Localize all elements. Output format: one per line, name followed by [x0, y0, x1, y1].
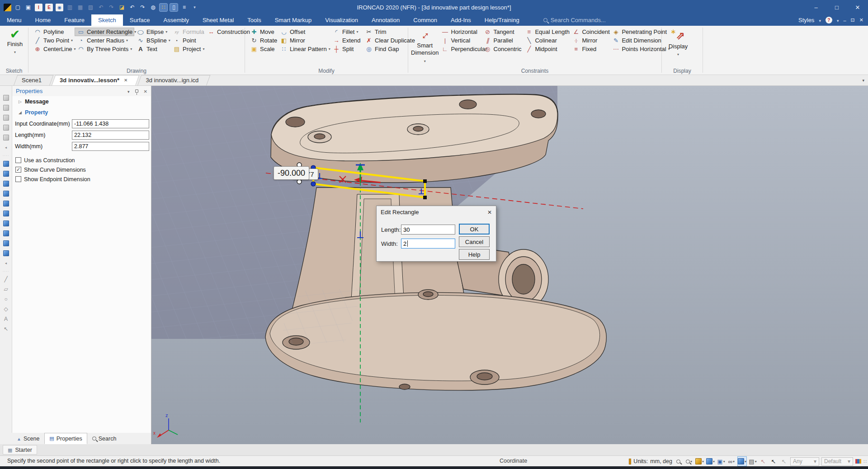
catalog-cube-icon[interactable]	[3, 115, 9, 121]
export-document-icon[interactable]	[45, 4, 53, 11]
selection-filter-select[interactable]: Any	[790, 457, 819, 466]
menu-item-menu[interactable]: Menu	[0, 14, 28, 26]
collapse-icon[interactable]	[2, 144, 9, 151]
chevron-down-icon[interactable]	[837, 17, 839, 23]
undo-icon[interactable]	[128, 4, 136, 11]
menu-item-sketch[interactable]: Sketch	[91, 14, 123, 26]
center-rectangle-button[interactable]: Center Rectangle	[75, 28, 134, 36]
message-section-header[interactable]: Message	[12, 96, 151, 107]
view-cube-icon[interactable]	[3, 250, 9, 256]
doc-tab-lesson[interactable]: 3d innovativ...lesson*	[52, 75, 136, 85]
view-cube-icon[interactable]	[3, 220, 9, 226]
ok-button[interactable]: OK	[459, 224, 490, 234]
annotate-tool-icon[interactable]: A	[2, 315, 9, 323]
dialog-width-input[interactable]	[401, 239, 455, 249]
doc-restore-icon[interactable]	[851, 17, 855, 23]
bspline-button[interactable]: BSpline	[134, 36, 170, 45]
by-three-points-button[interactable]: By Three Points	[75, 45, 134, 53]
parallel-constraint-button[interactable]: Parallel	[481, 36, 523, 45]
view-cube-icon[interactable]	[3, 201, 9, 206]
view-cube-icon[interactable]	[3, 191, 9, 197]
render-style-select[interactable]: Default	[821, 457, 853, 466]
menu-item-annotation[interactable]: Annotation	[365, 14, 406, 26]
scene-list-icon[interactable]	[180, 4, 188, 11]
scale-button[interactable]: Scale	[248, 45, 278, 53]
two-point-button[interactable]: Two Point	[31, 36, 75, 45]
menu-item-sheet-metal[interactable]: Sheet Metal	[196, 14, 241, 26]
horizontal-constraint-button[interactable]: Horizontal	[439, 28, 481, 36]
ellipse-button[interactable]: Ellipse	[134, 28, 170, 36]
catalog-cube-icon[interactable]	[3, 135, 9, 141]
concentric-constraint-button[interactable]: Concentric	[481, 45, 523, 53]
redo-icon[interactable]	[139, 4, 146, 11]
help-button[interactable]: Help	[459, 249, 490, 260]
polygon-tool-icon[interactable]: ◇	[2, 305, 9, 313]
menu-item-surface[interactable]: Surface	[123, 14, 157, 26]
collapse-icon[interactable]	[2, 259, 9, 267]
doc-close-icon[interactable]	[859, 17, 863, 23]
show-endpoint-dimension-checkbox[interactable]	[15, 176, 21, 182]
width-field[interactable]	[72, 142, 149, 151]
menu-item-add-ins[interactable]: Add-Ins	[444, 14, 478, 26]
close-icon[interactable]	[124, 78, 127, 83]
smart-dimension-button[interactable]: Smart Dimension	[411, 28, 439, 64]
view-cube-icon[interactable]	[3, 181, 9, 187]
tab-properties[interactable]: Properties	[44, 433, 87, 444]
vertical-constraint-button[interactable]: Vertical	[439, 36, 481, 45]
tab-overflow-icon[interactable]	[862, 78, 864, 83]
project-button[interactable]: Project	[170, 45, 205, 53]
clear-duplicate-button[interactable]: Clear Duplicate	[363, 36, 410, 45]
show-curve-dimensions-checkbox[interactable]	[15, 167, 21, 173]
spell-check-icon[interactable]	[149, 4, 157, 11]
menu-item-visualization[interactable]: Visualization	[318, 14, 365, 26]
view-cube-icon[interactable]	[3, 230, 9, 236]
offset-button[interactable]: Offset	[278, 28, 330, 36]
corner-handle[interactable]	[311, 182, 316, 186]
camera-icon[interactable]	[717, 457, 725, 466]
select-cursor-icon[interactable]	[769, 457, 778, 466]
styles-button[interactable]: Styles	[798, 17, 814, 23]
render-mode-icon[interactable]	[749, 457, 757, 466]
center-radius-button[interactable]: Center Radius	[75, 36, 134, 45]
menu-item-assembly[interactable]: Assembly	[157, 14, 196, 26]
fixed-constraint-button[interactable]: Fixed	[570, 45, 609, 53]
panel-menu-icon[interactable]	[127, 88, 130, 94]
mirror-button[interactable]: Mirror	[278, 36, 330, 45]
perpendicular-constraint-button[interactable]: Perpendicular	[439, 45, 481, 53]
equal-length-constraint-button[interactable]: Equal Length	[523, 28, 570, 36]
dialog-length-input[interactable]	[401, 225, 455, 234]
split-button[interactable]: Split	[330, 45, 363, 53]
zoom-window-icon[interactable]	[685, 457, 693, 466]
starter-tab[interactable]: Starter	[3, 445, 37, 455]
dialog-title-bar[interactable]: Edit Rectangle	[377, 206, 496, 218]
view-cube-icon[interactable]	[3, 171, 9, 177]
units-value[interactable]: mm, deg	[650, 458, 672, 464]
length-field[interactable]	[72, 131, 149, 140]
menu-item-home[interactable]: Home	[28, 14, 58, 26]
close-button[interactable]	[847, 0, 868, 14]
chevron-down-icon[interactable]	[819, 17, 821, 23]
doc-tab-design[interactable]: 3d innovativ...ign.icd	[137, 75, 207, 85]
cancel-button[interactable]: Cancel	[459, 236, 490, 247]
save-markup-icon[interactable]	[118, 4, 126, 11]
view-cube-icon[interactable]	[3, 161, 9, 167]
trim-button[interactable]: Trim	[363, 28, 410, 36]
mirror-constraint-button[interactable]: Mirror	[570, 36, 609, 45]
point-button[interactable]: Point	[170, 36, 205, 45]
catalog-cube-icon[interactable]	[3, 105, 9, 111]
extend-button[interactable]: Extend	[330, 36, 363, 45]
menu-item-smart-markup[interactable]: Smart Markup	[268, 14, 319, 26]
endpoint-handle[interactable]	[297, 179, 302, 184]
menu-item-help-training[interactable]: Help/Training	[478, 14, 526, 26]
open-document-icon[interactable]	[24, 4, 32, 11]
app-logo-icon[interactable]	[4, 4, 11, 11]
find-gap-button[interactable]: Find Gap	[363, 45, 410, 53]
corner-handle[interactable]	[423, 196, 427, 199]
new-document-icon[interactable]	[14, 4, 22, 11]
coincident-constraint-button[interactable]: Coincident	[570, 28, 609, 36]
use-as-construction-checkbox[interactable]	[15, 157, 21, 163]
text-button[interactable]: Text	[134, 45, 170, 53]
help-icon[interactable]	[826, 17, 832, 23]
line-tool-icon[interactable]: ╱	[2, 276, 9, 283]
menu-item-feature[interactable]: Feature	[57, 14, 91, 26]
